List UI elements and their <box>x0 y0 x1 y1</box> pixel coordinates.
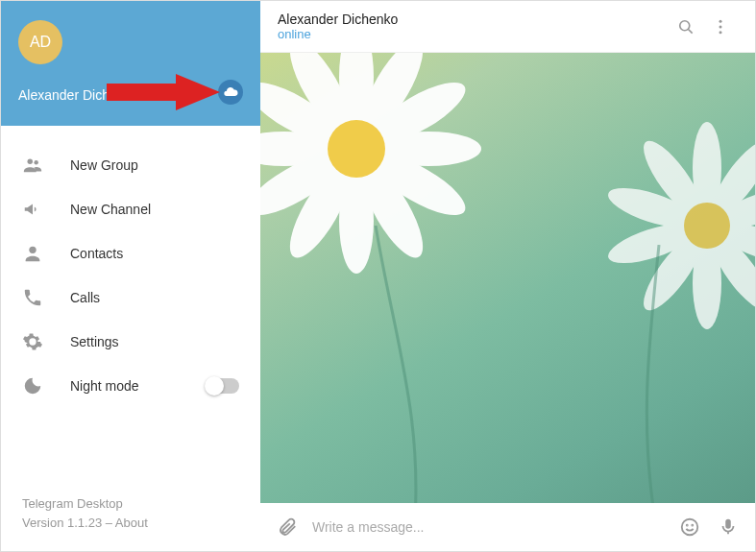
megaphone-icon <box>22 199 43 220</box>
sidebar-menu: New Group New Channel Contacts Calls Set… <box>1 126 260 481</box>
night-mode-toggle[interactable] <box>207 378 239 394</box>
svg-point-8 <box>719 31 722 34</box>
svg-point-7 <box>719 25 722 28</box>
search-icon <box>676 17 695 36</box>
sidebar: AD Alexander Dichenko New Group New Chan… <box>1 1 260 551</box>
menu-label: Calls <box>70 290 100 305</box>
more-vertical-icon <box>711 17 730 36</box>
version-about-link[interactable]: Version 1.1.23 – About <box>22 514 239 533</box>
menu-label: New Channel <box>70 202 151 217</box>
microphone-icon <box>718 516 739 538</box>
message-input[interactable] <box>312 519 665 535</box>
chat-header: Alexander Dichenko online <box>260 1 755 53</box>
svg-line-5 <box>689 29 693 33</box>
chat-status: online <box>278 27 669 41</box>
svg-point-35 <box>687 525 688 526</box>
chat-background <box>260 53 755 503</box>
phone-icon <box>22 287 43 308</box>
app-name-label: Telegram Desktop <box>22 494 239 514</box>
svg-point-6 <box>719 19 722 22</box>
attach-button[interactable] <box>274 514 301 540</box>
avatar-initials: AD <box>30 34 51 51</box>
sidebar-header: AD Alexander Dichenko <box>1 1 260 126</box>
menu-item-new-channel[interactable]: New Channel <box>1 187 260 231</box>
menu-item-calls[interactable]: Calls <box>1 276 260 320</box>
saved-messages-cloud-button[interactable] <box>218 80 243 105</box>
stem-decoration-icon <box>366 226 558 503</box>
main-panel: Alexander Dichenko online <box>260 1 755 551</box>
menu-item-new-group[interactable]: New Group <box>1 143 260 187</box>
emoji-button[interactable] <box>676 514 703 540</box>
search-button[interactable] <box>669 10 703 44</box>
menu-label: Settings <box>70 334 119 349</box>
stem-decoration-icon <box>601 245 717 503</box>
cloud-icon <box>223 84 238 100</box>
menu-item-settings[interactable]: Settings <box>1 320 260 364</box>
svg-point-34 <box>682 519 698 536</box>
menu-label: New Group <box>70 157 138 173</box>
svg-point-22 <box>328 120 385 178</box>
person-icon <box>22 243 43 264</box>
menu-label: Contacts <box>70 246 123 261</box>
chat-title: Alexander Dichenko <box>278 12 669 27</box>
more-options-button[interactable] <box>703 10 738 44</box>
chat-body[interactable] <box>260 53 755 503</box>
menu-item-night-mode[interactable]: Night mode <box>1 364 260 408</box>
menu-item-contacts[interactable]: Contacts <box>1 231 260 276</box>
svg-point-1 <box>28 159 34 165</box>
svg-point-2 <box>34 160 37 164</box>
sidebar-footer: Telegram Desktop Version 1.1.23 – About <box>1 481 260 551</box>
message-composer <box>260 503 755 551</box>
menu-label: Night mode <box>70 378 139 394</box>
chat-title-block[interactable]: Alexander Dichenko online <box>278 12 669 41</box>
sidebar-username: Alexander Dichenko <box>18 87 243 103</box>
group-icon <box>22 155 43 176</box>
voice-message-button[interactable] <box>715 514 742 540</box>
svg-point-3 <box>29 247 36 253</box>
smile-icon <box>679 516 700 538</box>
svg-point-4 <box>680 20 690 30</box>
paperclip-icon <box>277 516 298 538</box>
svg-point-33 <box>684 203 730 249</box>
moon-icon <box>22 375 43 396</box>
avatar[interactable]: AD <box>18 20 62 64</box>
svg-point-36 <box>692 525 693 526</box>
gear-icon <box>22 331 43 352</box>
